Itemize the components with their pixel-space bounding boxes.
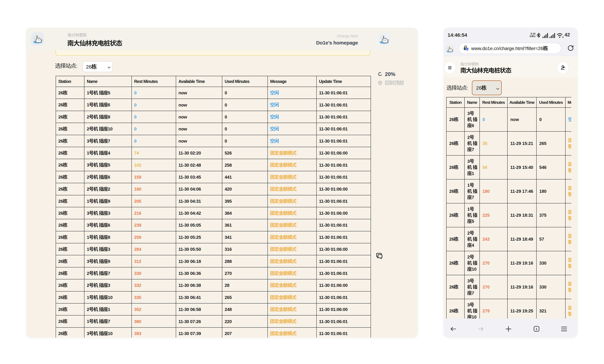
svg-text:6: 6 [562, 36, 564, 38]
svg-text:1: 1 [536, 327, 537, 331]
